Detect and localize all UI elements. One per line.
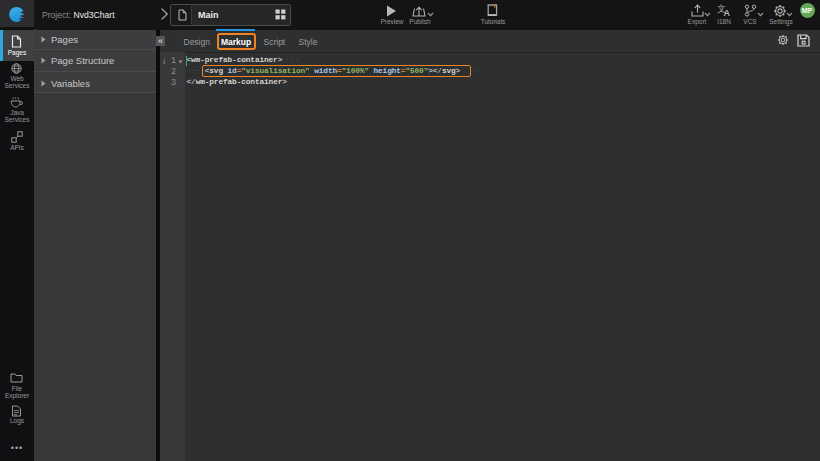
svg-text:A: A	[724, 8, 731, 17]
